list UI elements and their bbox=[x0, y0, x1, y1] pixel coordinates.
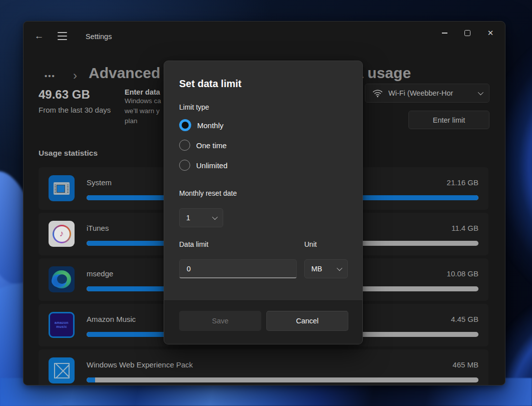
radio-monthly[interactable]: Monthly bbox=[179, 119, 228, 131]
app-name: msedge bbox=[87, 269, 113, 278]
radio-icon bbox=[179, 160, 190, 171]
window-title: Settings bbox=[86, 33, 112, 41]
unit-dropdown[interactable]: MB bbox=[304, 259, 348, 278]
window-controls: ✕ bbox=[433, 25, 502, 42]
amazon-music-app-icon: amazon music bbox=[49, 312, 75, 338]
close-button[interactable]: ✕ bbox=[479, 25, 502, 42]
wifi-icon bbox=[372, 89, 383, 98]
minimize-icon bbox=[442, 33, 447, 34]
total-usage-value: 49.63 GB bbox=[39, 88, 90, 102]
reset-date-value: 1 bbox=[186, 214, 190, 222]
dialog-footer: Save Cancel bbox=[164, 300, 362, 344]
edge-app-icon bbox=[49, 266, 75, 292]
set-data-limit-dialog: Set data limit Limit type Monthly One ti… bbox=[164, 61, 363, 344]
title-bar: ← Settings ✕ bbox=[24, 22, 505, 47]
reset-date-label: Monthly reset date bbox=[179, 189, 237, 197]
maximize-icon bbox=[464, 30, 470, 36]
system-app-icon bbox=[49, 175, 75, 201]
app-usage-value: 4.45 GB bbox=[451, 315, 478, 323]
chevron-down-icon bbox=[478, 90, 483, 95]
unit-value: MB bbox=[311, 265, 322, 273]
usage-bar-track bbox=[87, 377, 478, 382]
app-usage-value: 11.4 GB bbox=[451, 224, 478, 232]
back-button[interactable]: ← bbox=[31, 29, 48, 44]
app-name: Windows Web Experience Pack bbox=[87, 360, 193, 369]
chevron-down-icon bbox=[337, 265, 342, 271]
reset-date-dropdown[interactable]: 1 bbox=[179, 208, 223, 227]
app-usage-value: 10.08 GB bbox=[447, 269, 478, 278]
usage-period-label: From the last 30 days bbox=[39, 104, 119, 116]
app-usage-value: 465 MB bbox=[452, 360, 478, 369]
app-name: iTunes bbox=[87, 224, 109, 232]
network-adapter-value: Wi-Fi (Weebber-Hor bbox=[388, 89, 478, 97]
dialog-title: Set data limit bbox=[179, 78, 241, 90]
unit-label: Unit bbox=[304, 240, 317, 248]
back-icon: ← bbox=[35, 31, 44, 42]
radio-icon bbox=[179, 119, 191, 131]
cancel-button[interactable]: Cancel bbox=[266, 311, 348, 331]
web-experience-pack-icon bbox=[49, 357, 75, 383]
chevron-down-icon bbox=[212, 214, 218, 220]
limit-type-label: Limit type bbox=[179, 103, 209, 111]
usage-statistics-heading: Usage statistics bbox=[39, 149, 98, 158]
navigation-menu-button[interactable] bbox=[54, 29, 71, 44]
usage-row-web-experience-pack: Windows Web Experience Pack 465 MB bbox=[39, 349, 488, 385]
radio-unlimited[interactable]: Unlimited bbox=[179, 159, 228, 171]
minimize-button[interactable] bbox=[433, 25, 456, 42]
maximize-button[interactable] bbox=[456, 25, 479, 42]
radio-icon bbox=[179, 140, 190, 151]
limit-type-radio-group: Monthly One time Unlimited bbox=[179, 119, 228, 179]
network-adapter-dropdown[interactable]: Wi-Fi (Weebber-Hor bbox=[365, 84, 489, 103]
close-icon: ✕ bbox=[487, 29, 494, 38]
chevron-right-icon: › bbox=[73, 69, 77, 83]
app-name: System bbox=[87, 178, 112, 187]
save-button[interactable]: Save bbox=[179, 311, 261, 331]
enter-limit-button[interactable]: Enter limit bbox=[408, 111, 489, 129]
usage-bar-fill bbox=[87, 377, 95, 382]
enter-limit-label: Enter limit bbox=[433, 116, 465, 124]
hamburger-icon bbox=[58, 32, 67, 40]
radio-one-time[interactable]: One time bbox=[179, 139, 228, 151]
data-limit-label: Data limit bbox=[179, 240, 208, 248]
itunes-app-icon: ♪ bbox=[49, 221, 75, 247]
usage-bar-fill bbox=[87, 332, 169, 337]
app-usage-value: 21.16 GB bbox=[447, 178, 478, 187]
app-name: Amazon Music bbox=[87, 315, 136, 323]
breadcrumb-ellipsis-button[interactable]: ••• bbox=[45, 72, 56, 80]
data-limit-value: 0 bbox=[187, 265, 191, 273]
data-limit-input[interactable]: 0 bbox=[179, 259, 297, 278]
